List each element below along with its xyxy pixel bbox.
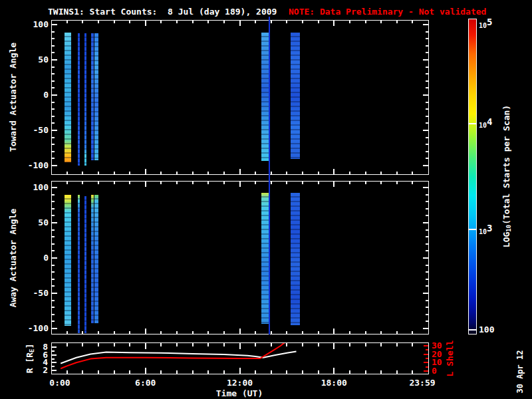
r-tick bbox=[52, 370, 57, 371]
angle-tick bbox=[52, 250, 55, 251]
angle-tick bbox=[423, 59, 428, 61]
x-tick bbox=[114, 331, 115, 334]
x-tick bbox=[114, 21, 115, 23]
x-tick bbox=[66, 21, 68, 23]
tick-label: 50 bbox=[19, 218, 49, 227]
date-stamp: 30 Apr 12 bbox=[515, 350, 525, 393]
tick-label: 23:59 bbox=[399, 378, 446, 388]
x-tick bbox=[98, 370, 99, 374]
x-tick bbox=[207, 172, 209, 174]
angle-tick bbox=[426, 87, 428, 88]
x-tick bbox=[412, 182, 413, 184]
x-tick bbox=[380, 182, 382, 184]
r-tick bbox=[52, 346, 57, 348]
angle-tick bbox=[423, 257, 428, 259]
angle-tick bbox=[426, 307, 428, 308]
spectrogram-stripe bbox=[84, 196, 86, 334]
angle-tick bbox=[52, 144, 55, 145]
x-tick bbox=[98, 331, 99, 334]
x-tick bbox=[192, 182, 194, 184]
angle-tick bbox=[426, 229, 428, 231]
x-tick bbox=[255, 343, 256, 346]
x-tick bbox=[223, 331, 225, 334]
angle-tick bbox=[426, 215, 428, 216]
x-tick bbox=[365, 370, 366, 374]
x-tick bbox=[82, 21, 83, 23]
x-tick bbox=[239, 182, 241, 187]
x-tick bbox=[176, 331, 178, 334]
x-tick bbox=[129, 331, 130, 334]
lshell-tick bbox=[424, 354, 428, 355]
angle-tick bbox=[52, 236, 55, 237]
x-tick bbox=[333, 169, 334, 174]
angle-tick bbox=[426, 73, 428, 74]
x-tick bbox=[380, 21, 382, 23]
x-tick bbox=[176, 370, 178, 374]
tick-label: 12:00 bbox=[217, 378, 263, 388]
lshell-tick bbox=[424, 345, 428, 346]
spectrogram-stripe bbox=[65, 195, 71, 326]
x-tick bbox=[176, 182, 178, 184]
x-tick bbox=[114, 182, 115, 184]
angle-tick bbox=[52, 73, 55, 74]
angle-tick bbox=[52, 130, 57, 131]
x-tick bbox=[318, 21, 319, 23]
spectrogram-stripe bbox=[94, 195, 98, 323]
tick-label: -50 bbox=[19, 289, 49, 298]
colorbar-tick-base: 10 bbox=[479, 228, 487, 235]
angle-tick bbox=[52, 52, 55, 53]
x-tick bbox=[349, 182, 350, 184]
x-tick bbox=[160, 21, 162, 23]
y-axis-label-away: Away Actuator Angle bbox=[9, 209, 18, 308]
angle-tick bbox=[426, 285, 428, 287]
colorbar-tick-line bbox=[469, 329, 476, 331]
spectrogram-panel-toward bbox=[51, 20, 429, 175]
tick-label: 0 bbox=[19, 90, 49, 100]
x-tick bbox=[82, 343, 83, 346]
x-tick bbox=[66, 182, 68, 184]
angle-tick bbox=[52, 108, 55, 110]
x-tick bbox=[145, 169, 146, 174]
x-tick bbox=[66, 370, 68, 374]
x-tick bbox=[318, 182, 319, 184]
colorbar-tick-label: 105 bbox=[479, 17, 492, 31]
x-tick bbox=[239, 368, 241, 374]
angle-tick bbox=[52, 229, 55, 231]
spectrogram-stripe bbox=[291, 33, 300, 160]
x-tick bbox=[396, 182, 398, 184]
x-tick bbox=[365, 343, 366, 346]
x-tick bbox=[160, 343, 162, 346]
tick-label: 2 bbox=[33, 366, 48, 375]
plot-title: TWINS1: Start Counts: 8 Jul (day 189), 2… bbox=[48, 7, 277, 17]
x-tick bbox=[271, 343, 272, 346]
angle-tick bbox=[52, 271, 55, 273]
x-tick bbox=[239, 329, 241, 334]
x-tick bbox=[192, 370, 194, 374]
x-tick bbox=[380, 343, 382, 346]
spectrogram-panel-away bbox=[51, 181, 429, 334]
x-tick bbox=[192, 331, 194, 334]
angle-tick bbox=[52, 243, 55, 245]
x-tick bbox=[145, 329, 146, 334]
angle-tick bbox=[423, 165, 428, 166]
x-tick bbox=[271, 182, 272, 184]
colorbar-title: LOG10(Total Starts per Scan) bbox=[502, 105, 513, 247]
x-tick bbox=[98, 172, 99, 174]
angle-tick bbox=[423, 24, 428, 25]
lshell-tick bbox=[426, 366, 428, 368]
x-tick bbox=[255, 331, 256, 334]
tick-label: 0 bbox=[432, 366, 452, 376]
angle-tick bbox=[426, 52, 428, 53]
tick-label: 0 bbox=[19, 253, 49, 263]
x-tick bbox=[239, 343, 241, 349]
x-tick bbox=[207, 21, 209, 23]
x-tick bbox=[114, 343, 115, 346]
spectrogram-stripe bbox=[78, 33, 80, 166]
x-tick bbox=[207, 343, 209, 346]
x-tick bbox=[145, 21, 146, 26]
tick-label: -100 bbox=[19, 161, 49, 170]
x-tick bbox=[98, 343, 99, 346]
x-tick bbox=[98, 182, 99, 184]
angle-tick bbox=[52, 222, 57, 223]
x-tick bbox=[302, 370, 303, 374]
